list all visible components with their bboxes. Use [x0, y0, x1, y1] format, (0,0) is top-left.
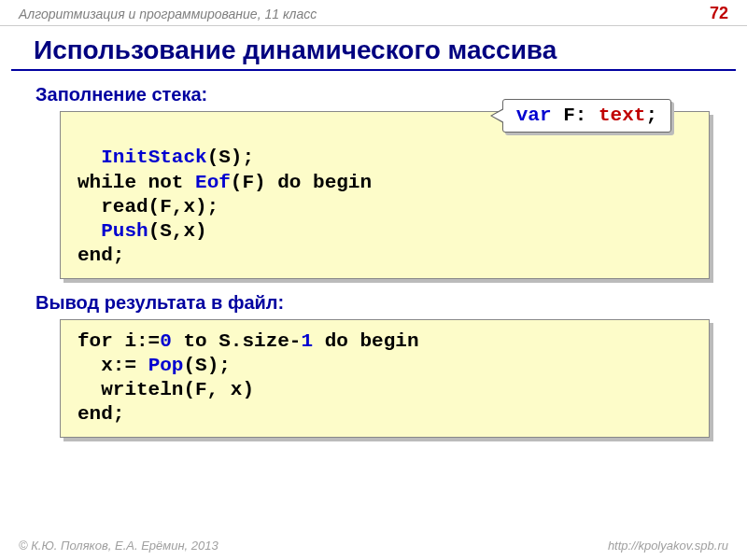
code-block-1: var F: text;InitStack(S); while not Eof(… — [60, 111, 710, 279]
fn-pop: Pop — [148, 355, 184, 376]
code-text: to S.size- — [172, 330, 302, 352]
code-text: x:= — [78, 355, 148, 376]
footer: © К.Ю. Поляков, Е.А. Ерёмин, 2013 http:/… — [0, 539, 747, 553]
fn-eof: Eof — [195, 172, 231, 193]
course-label: Алгоритмизация и программирование, 11 кл… — [19, 7, 317, 21]
header: Алгоритмизация и программирование, 11 кл… — [0, 0, 747, 26]
footer-url: http://kpolyakov.spb.ru — [608, 539, 728, 553]
code-text: end; — [78, 403, 124, 425]
callout-decl: var F: text; — [502, 99, 671, 133]
page-number: 72 — [710, 4, 728, 23]
callout-type: text — [599, 105, 645, 126]
code-text: do begin — [313, 330, 418, 352]
code-text: (S,x) — [148, 220, 207, 242]
fn-initstack: InitStack — [101, 147, 206, 168]
lit-one: 1 — [301, 330, 313, 352]
code-text: (S); — [183, 355, 230, 376]
code-text: read(F,x); — [78, 196, 218, 217]
lit-zero: 0 — [160, 330, 172, 352]
fn-push: Push — [101, 220, 148, 242]
kw-var: var — [516, 105, 552, 126]
code-text: writeln(F, x) — [78, 379, 254, 400]
code-text: (S); — [207, 147, 254, 168]
code-text — [78, 220, 101, 242]
footer-authors: © К.Ю. Поляков, Е.А. Ерёмин, 2013 — [19, 539, 218, 553]
slide-title: Использование динамического массива — [11, 26, 736, 71]
callout-colon: : — [575, 105, 599, 126]
callout-ident: F — [552, 105, 575, 126]
code-block-2: for i:=0 to S.size-1 do begin x:= Pop(S)… — [60, 319, 710, 438]
code-text: for i:= — [78, 330, 160, 352]
code-text: (F) do begin — [231, 172, 372, 193]
section2-label: Вывод результата в файл: — [0, 288, 747, 319]
callout-semi: ; — [645, 105, 657, 126]
code-text: end; — [78, 245, 124, 266]
code-text: while not — [78, 172, 195, 193]
